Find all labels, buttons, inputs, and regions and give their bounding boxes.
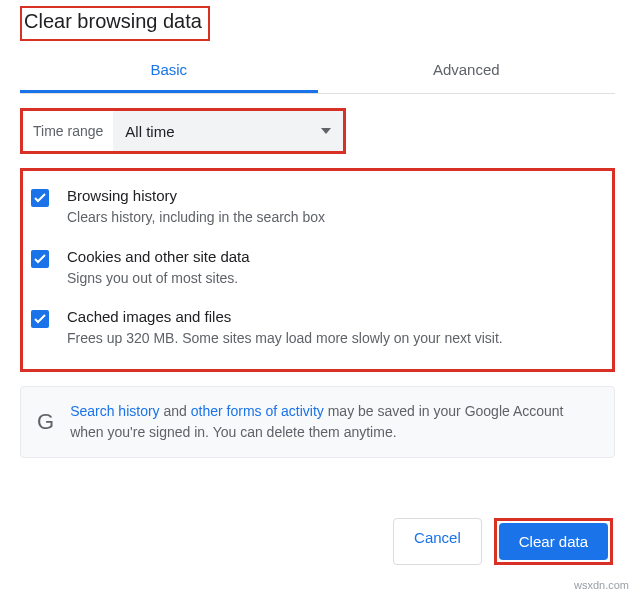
link-search-history[interactable]: Search history: [70, 403, 159, 419]
dialog-title-highlight: Clear browsing data: [20, 6, 210, 41]
options-highlight: Browsing history Clears history, includi…: [20, 168, 615, 372]
chevron-down-icon: [321, 128, 331, 134]
option-cached: Cached images and files Frees up 320 MB.…: [29, 298, 606, 359]
option-title: Browsing history: [67, 187, 325, 204]
time-range-highlight: Time range All time: [20, 108, 346, 154]
dialog-title: Clear browsing data: [24, 10, 202, 33]
checkbox-cached[interactable]: [31, 310, 49, 328]
tab-advanced[interactable]: Advanced: [318, 51, 616, 93]
option-desc: Signs you out of most sites.: [67, 269, 250, 289]
option-title: Cached images and files: [67, 308, 503, 325]
time-range-select[interactable]: All time: [113, 111, 343, 151]
tabs: Basic Advanced: [20, 51, 615, 94]
google-g-icon: G: [37, 405, 54, 438]
time-range-value: All time: [125, 123, 174, 140]
option-title: Cookies and other site data: [67, 248, 250, 265]
option-desc: Frees up 320 MB. Some sites may load mor…: [67, 329, 503, 349]
checkbox-cookies[interactable]: [31, 250, 49, 268]
check-icon: [34, 193, 46, 203]
check-icon: [34, 314, 46, 324]
check-icon: [34, 254, 46, 264]
option-cookies: Cookies and other site data Signs you ou…: [29, 238, 606, 299]
time-range-label: Time range: [23, 111, 113, 151]
tab-basic[interactable]: Basic: [20, 51, 318, 93]
clear-data-button[interactable]: Clear data: [499, 523, 608, 560]
option-browsing-history: Browsing history Clears history, includi…: [29, 177, 606, 238]
clear-data-highlight: Clear data: [494, 518, 613, 565]
cancel-button[interactable]: Cancel: [393, 518, 482, 565]
option-desc: Clears history, including in the search …: [67, 208, 325, 228]
info-text: Search history and other forms of activi…: [70, 401, 598, 443]
dialog-footer: Cancel Clear data: [371, 508, 635, 575]
checkbox-browsing-history[interactable]: [31, 189, 49, 207]
link-other-activity[interactable]: other forms of activity: [191, 403, 324, 419]
info-box: G Search history and other forms of acti…: [20, 386, 615, 458]
watermark: wsxdn.com: [574, 579, 629, 591]
